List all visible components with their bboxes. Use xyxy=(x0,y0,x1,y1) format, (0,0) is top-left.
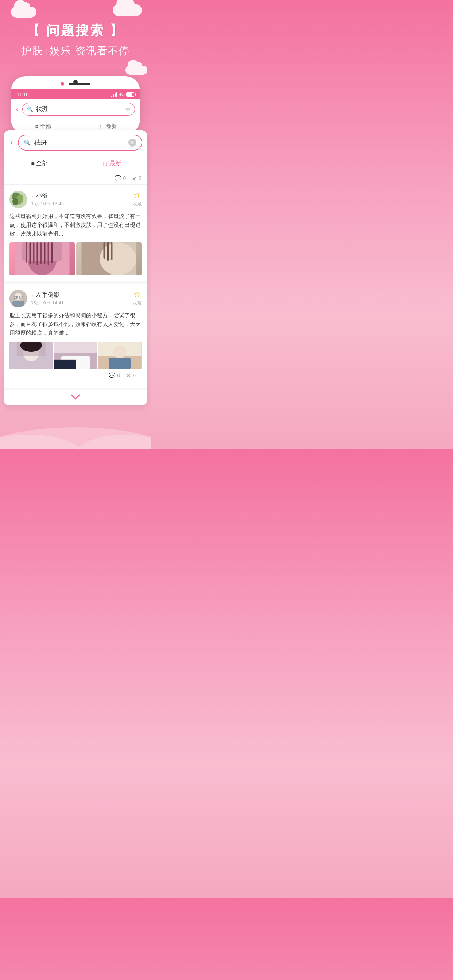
phone-tab-all-icon: ≡ xyxy=(35,123,39,129)
comment-count: 0 xyxy=(123,175,126,181)
network-label: 4G xyxy=(119,92,125,97)
post-2-username: 左手倒影 xyxy=(36,291,59,299)
post-2-avatar: GREY xyxy=(10,290,27,307)
post-2-content: 脸上长斑用了很多的办法和民间的小秘方，尝试了很多，而且花了很多钱不说，效果都没有… xyxy=(10,311,142,337)
post-2-gender-icon: ♀ xyxy=(30,292,35,298)
post-2-comment-icon: 💬 xyxy=(109,372,116,379)
phone-search-icon: 🔍 xyxy=(27,107,33,112)
post-1-bookmark-label: 收藏 xyxy=(133,201,142,207)
post-2-bookmark[interactable]: ☆ 收藏 xyxy=(133,290,142,306)
phone-clear-button[interactable]: ⊗ xyxy=(126,106,130,113)
svg-rect-6 xyxy=(22,242,62,261)
header-section: 【 问题搜索 】 护肤+娱乐 资讯看不停 xyxy=(0,0,151,69)
post-1-time: 05月10日 13:45 xyxy=(30,200,64,207)
svg-rect-7 xyxy=(26,242,27,262)
post-1-image-1 xyxy=(10,242,75,275)
post-2-images xyxy=(10,342,142,369)
svg-rect-11 xyxy=(40,242,42,264)
post-2-image-2 xyxy=(54,342,97,369)
svg-rect-8 xyxy=(30,242,31,264)
svg-rect-36 xyxy=(109,358,131,369)
svg-rect-23 xyxy=(13,301,24,307)
content-search-input-wrapper[interactable]: 🔍 祛斑 ✕ xyxy=(18,135,142,151)
content-tab-latest[interactable]: ↑↓ 最新 xyxy=(76,155,148,172)
main-title: 【 问题搜索 】 xyxy=(7,22,144,40)
svg-rect-20 xyxy=(111,242,113,260)
svg-rect-9 xyxy=(33,242,35,264)
post-item-2: GREY ♀ 左手倒影 05月10日 14:41 ☆ 收藏 脸上长斑用了很多的办… xyxy=(4,284,147,390)
phone-search-input[interactable]: 🔍 祛斑 ⊗ xyxy=(22,103,135,116)
stats-bar: 💬 0 👁 2 xyxy=(4,172,147,185)
signal-icon xyxy=(111,92,118,97)
bottom-decoration xyxy=(0,413,151,449)
post-1-bookmark[interactable]: ☆ 收藏 xyxy=(133,191,142,207)
phone-back-button[interactable]: ‹ xyxy=(16,105,19,113)
post-2-view-stat: 👁 9 xyxy=(126,372,136,379)
post-2-image-3 xyxy=(98,342,142,369)
post-1-gender-icon: ♀ xyxy=(30,193,35,199)
more-arrow[interactable] xyxy=(4,390,147,406)
phone-home-indicator xyxy=(61,82,64,86)
post-2-bookmark-label: 收藏 xyxy=(133,300,142,306)
view-count: 2 xyxy=(139,175,142,181)
content-clear-button[interactable]: ✕ xyxy=(128,138,136,146)
phone-camera xyxy=(73,80,78,84)
phone-status-bar: 11:18 4G xyxy=(11,89,140,99)
post-1-image-2 xyxy=(76,242,142,275)
post-2-header: GREY ♀ 左手倒影 05月10日 14:41 ☆ 收藏 xyxy=(10,290,142,307)
phone-tab-all-label: 全部 xyxy=(40,123,51,130)
battery-icon xyxy=(126,92,134,97)
svg-rect-14 xyxy=(51,242,53,263)
svg-point-35 xyxy=(113,345,126,358)
eye-icon: 👁 xyxy=(132,175,137,181)
phone-search-area: ‹ 🔍 祛斑 ⊗ xyxy=(11,99,140,119)
post-1-username: 小爷 xyxy=(36,192,48,200)
svg-rect-32 xyxy=(54,360,75,369)
svg-rect-19 xyxy=(107,242,109,261)
content-search-icon: 🔍 xyxy=(24,139,31,146)
phone-notch-bar xyxy=(69,83,91,84)
post-2-user-info: ♀ 左手倒影 05月10日 14:41 xyxy=(30,291,64,306)
post-2-comment-stat: 💬 0 xyxy=(109,372,120,379)
post-2-comment-count: 0 xyxy=(117,372,120,379)
post-2-stats: 💬 0 👁 9 xyxy=(10,369,142,382)
content-tab-latest-label: 最新 xyxy=(109,160,121,167)
post-2-name-row: ♀ 左手倒影 xyxy=(30,291,64,299)
post-2-view-count: 9 xyxy=(133,372,136,379)
content-tab-all[interactable]: ≡ 全部 xyxy=(4,155,75,172)
view-stat: 👁 2 xyxy=(132,175,142,181)
phone-search-text: 祛斑 xyxy=(36,105,123,113)
svg-rect-13 xyxy=(48,242,49,265)
content-tab-latest-icon: ↑↓ xyxy=(102,161,108,167)
post-1-avatar xyxy=(10,191,27,208)
content-tabs: ≡ 全部 ↑↓ 最新 xyxy=(4,155,147,172)
content-card: ‹ 🔍 祛斑 ✕ ≡ 全部 ↑↓ 最新 💬 0 👁 2 xyxy=(4,130,147,406)
svg-rect-10 xyxy=(37,242,38,265)
post-2-time: 05月10日 14:41 xyxy=(30,300,64,306)
svg-rect-18 xyxy=(104,242,105,259)
post-item-1: ♀ 小爷 05月10日 13:45 ☆ 收藏 这祛斑霜刚开始用，不知道有没有效果… xyxy=(4,185,147,284)
content-search-bar: ‹ 🔍 祛斑 ✕ xyxy=(4,130,147,155)
post-1-user-info: ♀ 小爷 05月10日 13:45 xyxy=(30,192,64,207)
content-back-button[interactable]: ‹ xyxy=(9,136,14,149)
comment-stat: 💬 0 xyxy=(115,175,126,181)
status-time: 11:18 xyxy=(17,92,29,97)
post-1-header: ♀ 小爷 05月10日 13:45 ☆ 收藏 xyxy=(10,191,142,208)
post-1-user: ♀ 小爷 05月10日 13:45 xyxy=(10,191,64,208)
content-tab-all-label: 全部 xyxy=(36,160,48,167)
content-tab-all-icon: ≡ xyxy=(31,161,35,167)
status-right-group: 4G xyxy=(111,92,134,97)
post-2-star-icon: ☆ xyxy=(134,290,141,299)
svg-rect-12 xyxy=(44,242,46,264)
main-subtitle: 护肤+娱乐 资讯看不停 xyxy=(7,44,144,58)
phone-tab-latest-label: 最新 xyxy=(106,123,117,130)
post-1-name-row: ♀ 小爷 xyxy=(30,192,64,200)
phone-mockup: 11:18 4G ‹ 🔍 祛斑 ⊗ ≡ 全部 xyxy=(11,76,140,134)
post-1-content: 这祛斑霜刚开始用，不知道有没有效果，雀斑淡了有一点，使用这个很温和，不刺激皮肤，… xyxy=(10,212,142,238)
svg-text:GREY: GREY xyxy=(13,296,23,299)
comment-icon: 💬 xyxy=(115,175,121,181)
post-1-star-icon: ☆ xyxy=(134,191,141,200)
phone-tab-latest-icon: ↑↓ xyxy=(99,123,104,129)
post-1-images xyxy=(10,242,142,275)
content-search-text: 祛斑 xyxy=(34,138,126,147)
